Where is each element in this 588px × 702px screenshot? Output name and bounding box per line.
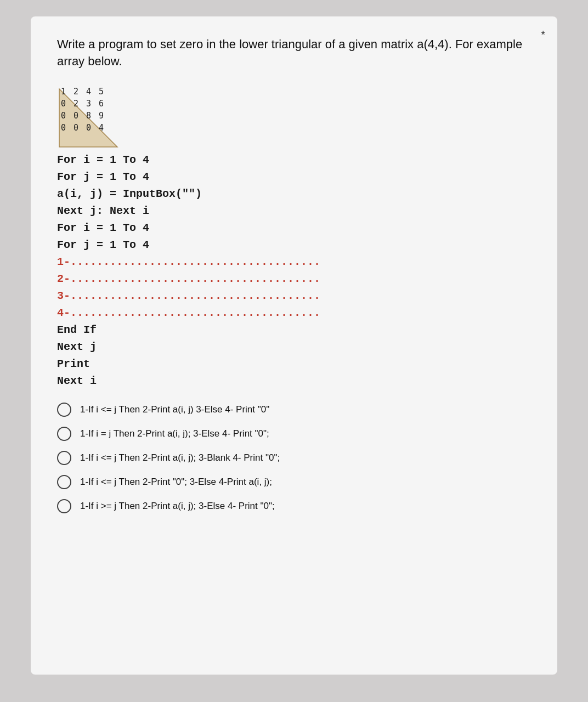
option-C[interactable]: 1-If i <= j Then 2-Print a(i, j); 3-Blan… [57,451,531,465]
option-E[interactable]: 1-If i >= j Then 2-Print a(i, j); 3-Else… [57,499,531,513]
radio-D[interactable] [57,475,71,489]
option-text-A: 1-If i <= j Then 2-Print a(i, j) 3-Else … [80,404,269,415]
code-line-13: Next i [57,372,531,389]
option-A[interactable]: 1-If i <= j Then 2-Print a(i, j) 3-Else … [57,403,531,417]
matrix-table: 1245023600890004 [57,86,108,134]
code-line-8: 3-...................................... [57,287,531,304]
radio-E[interactable] [57,499,71,513]
matrix-cell-3-3: 4 [95,122,108,134]
matrix-cell-3-0: 0 [57,122,70,134]
matrix-cell-2-0: 0 [57,110,70,122]
code-line-3: Next j: Next i [57,202,531,219]
option-text-E: 1-If i >= j Then 2-Print a(i, j); 3-Else… [80,501,275,512]
code-line-6: 1-...................................... [57,253,531,270]
matrix-cell-2-3: 9 [95,110,108,122]
code-line-12: Print [57,355,531,372]
code-line-4: For i = 1 To 4 [57,219,531,236]
matrix-cell-1-1: 2 [70,98,82,110]
code-line-10: End If [57,321,531,338]
matrix-cell-1-2: 3 [82,98,95,110]
main-card: * Write a program to set zero in the low… [31,16,557,675]
options-section: 1-If i <= j Then 2-Print a(i, j) 3-Else … [57,403,531,513]
matrix-cell-1-0: 0 [57,98,70,110]
code-line-5: For j = 1 To 4 [57,236,531,253]
option-text-C: 1-If i <= j Then 2-Print a(i, j); 3-Blan… [80,452,280,463]
matrix-cell-0-0: 1 [57,86,70,98]
code-line-0: For i = 1 To 4 [57,151,531,168]
matrix-cell-3-2: 0 [82,122,95,134]
radio-A[interactable] [57,403,71,417]
star-icon: * [541,29,545,41]
code-line-7: 2-...................................... [57,270,531,287]
option-B[interactable]: 1-If i = j Then 2-Print a(i, j); 3-Else … [57,427,531,441]
matrix-cell-3-1: 0 [70,122,82,134]
code-line-1: For j = 1 To 4 [57,168,531,185]
matrix-cell-1-3: 6 [95,98,108,110]
matrix-cell-2-1: 0 [70,110,82,122]
option-D[interactable]: 1-If i <= j Then 2-Print "0"; 3-Else 4-P… [57,475,531,489]
option-text-D: 1-If i <= j Then 2-Print "0"; 3-Else 4-P… [80,477,272,488]
radio-B[interactable] [57,427,71,441]
matrix-cell-0-1: 2 [70,86,82,98]
matrix-cell-0-2: 4 [82,86,95,98]
matrix-cell-0-3: 5 [95,86,108,98]
question-title: Write a program to set zero in the lower… [57,36,531,70]
code-line-9: 4-...................................... [57,304,531,321]
matrix-cell-2-2: 8 [82,110,95,122]
code-line-11: Next j [57,338,531,355]
option-text-B: 1-If i = j Then 2-Print a(i, j); 3-Else … [80,428,269,439]
code-block: For i = 1 To 4For j = 1 To 4a(i, j) = In… [57,151,531,389]
radio-C[interactable] [57,451,71,465]
matrix-section: 1245023600890004 [57,86,108,134]
code-line-2: a(i, j) = InputBox("") [57,185,531,202]
